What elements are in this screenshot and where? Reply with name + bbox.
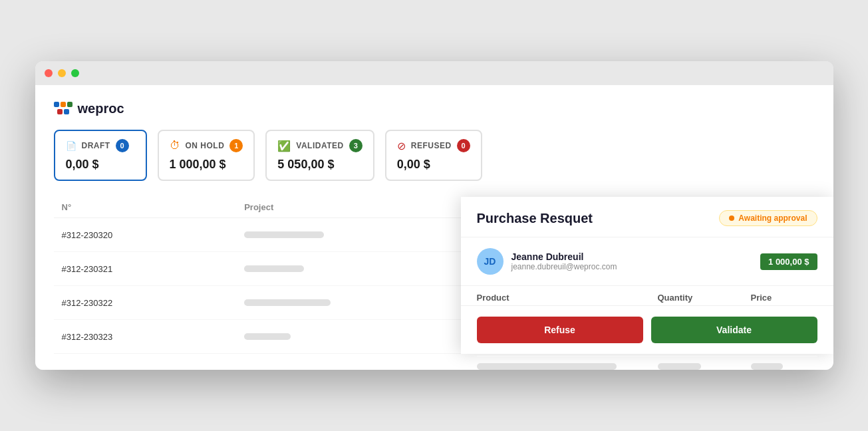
refused-card-header: ⊘ REFUSED 0 [397, 139, 470, 152]
panel-title: Purchase Resquet [477, 211, 593, 226]
product-name-placeholder [477, 363, 617, 370]
status-card-draft[interactable]: 📄 DRAFT 0 0,00 $ [54, 130, 147, 181]
svg-rect-3 [57, 109, 63, 114]
user-name: Jeanne Dubreuil [511, 251, 617, 262]
status-cards: 📄 DRAFT 0 0,00 $ ⏱ ON HOLD 1 1 000,00 $ … [54, 130, 815, 181]
table-panel-area: N° Project Amount Status #312-230320 [54, 197, 815, 354]
validated-badge: 3 [349, 139, 362, 152]
row-id: #312-230320 [54, 218, 237, 252]
validated-amount: 5 050,00 $ [277, 158, 362, 172]
product-row [477, 357, 817, 370]
maximize-button[interactable] [71, 69, 79, 77]
status-card-on-hold[interactable]: ⏱ ON HOLD 1 1 000,00 $ [158, 130, 255, 181]
user-amount: 1 000,00 $ [760, 253, 817, 270]
svg-rect-2 [67, 102, 72, 107]
purchase-panel: Purchase Resquet Awaiting approval JD Je… [461, 197, 833, 354]
price-placeholder [751, 363, 783, 370]
qty-placeholder [658, 363, 701, 370]
on-hold-icon: ⏱ [170, 140, 180, 152]
on-hold-amount: 1 000,00 $ [170, 158, 243, 172]
svg-rect-4 [64, 109, 69, 114]
draft-card-header: 📄 DRAFT 0 [66, 139, 135, 152]
row-id: #312-230323 [54, 320, 237, 354]
draft-label: DRAFT [82, 141, 110, 150]
status-card-refused[interactable]: ⊘ REFUSED 0 0,00 $ [385, 130, 482, 181]
status-card-validated[interactable]: ✅ VALIDATED 3 5 050,00 $ [265, 130, 374, 181]
on-hold-card-header: ⏱ ON HOLD 1 [170, 139, 243, 152]
minimize-button[interactable] [58, 69, 66, 77]
on-hold-badge: 1 [229, 139, 243, 152]
validated-card-header: ✅ VALIDATED 3 [277, 139, 362, 152]
titlebar [35, 61, 833, 85]
product-col-label: Product [477, 293, 658, 303]
row-id: #312-230321 [54, 252, 237, 286]
panel-header: Purchase Resquet Awaiting approval [461, 197, 833, 237]
row-id: #312-230322 [54, 286, 237, 320]
user-info: JD Jeanne Dubreuil jeanne.dubreuil@wepro… [477, 248, 617, 275]
project-placeholder [244, 333, 291, 340]
user-email: jeanne.dubreuil@weproc.com [511, 262, 617, 271]
draft-amount: 0,00 $ [66, 158, 135, 172]
logo-area: weproc [54, 101, 815, 116]
validated-icon: ✅ [277, 140, 291, 152]
svg-rect-0 [54, 102, 59, 107]
awaiting-label: Awaiting approval [738, 214, 807, 223]
awaiting-dot [729, 216, 734, 221]
price-col-label: Price [751, 293, 817, 303]
avatar: JD [477, 248, 504, 275]
close-button[interactable] [45, 69, 53, 77]
weproc-logo-icon [54, 102, 72, 116]
panel-footer: Refuse Validate [461, 305, 833, 354]
on-hold-label: ON HOLD [186, 141, 225, 150]
user-details: Jeanne Dubreuil jeanne.dubreuil@weproc.c… [511, 251, 617, 271]
awaiting-approval-badge: Awaiting approval [719, 210, 817, 226]
refuse-button[interactable]: Refuse [477, 317, 643, 343]
refused-amount: 0,00 $ [397, 158, 470, 172]
main-content: weproc 📄 DRAFT 0 0,00 $ ⏱ ON HOLD 1 [35, 85, 833, 370]
project-placeholder [244, 231, 324, 238]
project-placeholder [244, 299, 331, 306]
svg-rect-1 [61, 102, 66, 107]
refused-badge: 0 [457, 139, 470, 152]
refused-label: REFUSED [411, 141, 452, 150]
main-window: weproc 📄 DRAFT 0 0,00 $ ⏱ ON HOLD 1 [35, 61, 833, 370]
validated-label: VALIDATED [296, 141, 343, 150]
refused-icon: ⊘ [397, 140, 406, 152]
col-number: N° [54, 197, 237, 218]
project-placeholder [244, 265, 304, 272]
logo-text: weproc [78, 101, 124, 116]
draft-badge: 0 [116, 139, 129, 152]
draft-icon: 📄 [66, 141, 76, 151]
validate-button[interactable]: Validate [651, 317, 817, 343]
quantity-col-label: Quantity [658, 293, 751, 303]
panel-user-row: JD Jeanne Dubreuil jeanne.dubreuil@wepro… [461, 237, 833, 286]
